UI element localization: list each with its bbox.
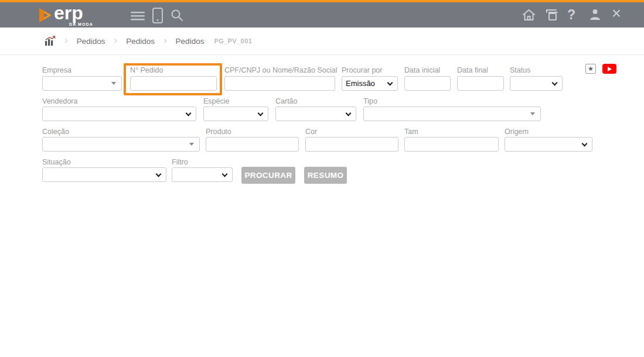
star-icon: ★ xyxy=(588,65,594,73)
vendedora-select-wrap xyxy=(42,107,196,121)
cor-field-wrap xyxy=(305,137,398,152)
status-select-wrap xyxy=(510,76,563,91)
vendedora-select[interactable] xyxy=(42,107,196,121)
favorite-star-button[interactable]: ★ xyxy=(585,64,596,74)
cartao-select[interactable] xyxy=(275,107,356,121)
page-code: PG_PV_001 xyxy=(214,37,252,44)
data-final-label: Data final xyxy=(457,66,488,74)
n-pedido-label: N° Pedido xyxy=(130,66,163,74)
tipo-dropdown[interactable] xyxy=(363,107,541,121)
cartao-label: Cartão xyxy=(275,97,298,105)
breadcrumb-bar: › Pedidos › Pedidos › Pedidos PG_PV_001 … xyxy=(0,28,644,55)
breadcrumb: › Pedidos › Pedidos › Pedidos PG_PV_001 xyxy=(45,28,252,54)
procurar-por-select[interactable]: Emissão xyxy=(342,76,398,91)
especie-select-wrap xyxy=(203,107,268,121)
tam-label: Tam xyxy=(404,128,418,136)
cpf-cnpj-field-wrap xyxy=(224,76,335,91)
windows-icon[interactable] xyxy=(544,9,558,21)
empresa-label: Empresa xyxy=(42,66,71,74)
data-final-field-wrap xyxy=(457,76,504,91)
situacao-select-wrap xyxy=(42,167,166,182)
vendedora-label: Vendedora xyxy=(42,97,77,105)
procurar-por-select-wrap: Emissão xyxy=(342,76,398,91)
empresa-dropdown[interactable] xyxy=(42,76,122,91)
procurar-button[interactable]: PROCURAR xyxy=(241,167,295,184)
produto-input[interactable] xyxy=(206,137,299,152)
filtro-label: Filtro xyxy=(172,158,188,166)
mobile-icon[interactable] xyxy=(152,8,163,23)
status-label: Status xyxy=(510,66,530,74)
especie-select[interactable] xyxy=(203,107,268,121)
tam-input[interactable] xyxy=(404,137,499,152)
tam-field-wrap xyxy=(404,137,499,152)
n-pedido-input[interactable] xyxy=(130,76,217,91)
breadcrumb-separator: › xyxy=(64,35,68,46)
youtube-button[interactable] xyxy=(602,64,616,74)
resumo-button[interactable]: RESUMO xyxy=(304,167,347,184)
tipo-label: Tipo xyxy=(363,97,377,105)
breadcrumb-item-pedidos-1[interactable]: Pedidos xyxy=(77,37,105,46)
data-inicial-field-wrap xyxy=(404,76,451,91)
dashboard-chart-icon[interactable] xyxy=(45,36,56,46)
produto-label: Produto xyxy=(206,128,231,136)
cartao-select-wrap xyxy=(275,107,356,121)
produto-field-wrap xyxy=(206,137,299,152)
colecao-dropdown[interactable] xyxy=(42,137,200,152)
data-final-input[interactable] xyxy=(457,76,504,91)
screen: erp DA MODA xyxy=(0,0,644,357)
cor-input[interactable] xyxy=(305,137,398,152)
cpf-cnpj-label: CPF/CNPJ ou Nome/Razão Social xyxy=(224,66,337,74)
help-icon[interactable]: ? xyxy=(567,8,575,22)
close-icon[interactable]: × xyxy=(612,6,621,22)
logo-play-icon xyxy=(39,7,53,25)
user-icon[interactable] xyxy=(589,8,601,20)
search-icon[interactable] xyxy=(171,9,183,22)
data-inicial-input[interactable] xyxy=(404,76,451,91)
origem-select[interactable] xyxy=(505,137,592,152)
origem-label: Origem xyxy=(505,128,529,136)
breadcrumb-separator: › xyxy=(163,35,167,46)
breadcrumb-separator: › xyxy=(114,35,117,46)
filtro-select[interactable] xyxy=(172,167,233,182)
breadcrumb-item-pedidos-3[interactable]: Pedidos xyxy=(176,37,205,46)
app-logo[interactable]: erp DA MODA xyxy=(39,5,97,28)
filtro-select-wrap xyxy=(172,167,233,182)
data-inicial-label: Data inicial xyxy=(404,66,440,74)
home-icon[interactable] xyxy=(522,9,536,21)
colecao-label: Coleção xyxy=(42,128,69,136)
youtube-play-icon xyxy=(608,67,612,71)
status-select[interactable] xyxy=(510,76,563,91)
cor-label: Cor xyxy=(305,128,317,136)
especie-label: Espécie xyxy=(203,97,229,105)
n-pedido-field-wrap xyxy=(130,76,217,91)
logo-subtext: DA MODA xyxy=(69,22,93,26)
procurar-por-label: Procurar por xyxy=(342,66,382,74)
origem-select-wrap xyxy=(505,137,592,152)
situacao-select[interactable] xyxy=(42,167,166,182)
situacao-label: Situação xyxy=(42,158,71,166)
app-header: erp DA MODA xyxy=(0,2,644,28)
menu-icon[interactable] xyxy=(131,12,145,20)
breadcrumb-item-pedidos-2[interactable]: Pedidos xyxy=(126,37,155,46)
cpf-cnpj-input[interactable] xyxy=(224,76,335,91)
logo-text: erp xyxy=(54,2,83,24)
